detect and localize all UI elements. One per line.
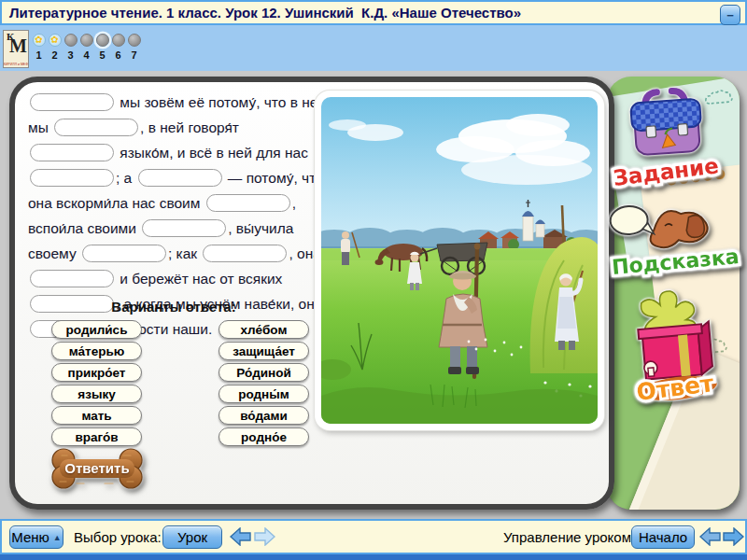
step-circle-todo[interactable] xyxy=(128,34,141,47)
answer-blank[interactable] xyxy=(203,245,287,262)
exercise-text-segment: и бережёт нас от всяких xyxy=(116,271,282,287)
options-column-right: хле́бомзащища́етРо́динойродны́мво́дамиро… xyxy=(218,320,309,449)
lesson-button[interactable]: Урок xyxy=(162,525,222,549)
exercise-text-segment: , в ней говоря́т xyxy=(140,119,239,135)
option-right-6[interactable]: родно́е xyxy=(218,427,309,446)
lesson-next-arrow[interactable] xyxy=(254,527,275,546)
option-right-3[interactable]: Ро́диной xyxy=(218,363,309,382)
lesson-step-2[interactable]: ✿2 xyxy=(47,34,63,61)
exercise-text-segment: ; как xyxy=(168,245,201,261)
step-circle-done[interactable]: ✿ xyxy=(33,34,46,47)
option-left-5[interactable]: мать xyxy=(51,406,142,425)
control-next-arrow[interactable] xyxy=(723,527,744,546)
options-grid: родили́сьма́терьюприкро́етязыкуматьвраго… xyxy=(51,320,309,449)
km-logo: К М КИРИЛЛ и МЕФОДИЙ xyxy=(3,30,29,68)
task-label: Задание xyxy=(612,153,720,190)
flower-icon: ✿ xyxy=(49,35,61,46)
menu-up-arrow-icon: ▲ xyxy=(53,533,62,542)
hint-button[interactable]: Подсказка xyxy=(609,198,743,280)
option-left-2[interactable]: ма́терью xyxy=(51,342,142,360)
application-window: Литературное чтение. 1 класс. Урок 12. У… xyxy=(0,0,747,560)
bottom-bar: Меню ▲ Выбор урока: Урок Управление урок… xyxy=(0,519,747,554)
answer-blank[interactable] xyxy=(82,245,166,262)
answer-submit-label: Ответить xyxy=(49,448,146,487)
illustration-frame xyxy=(315,91,604,430)
step-number: 6 xyxy=(110,49,126,61)
option-left-3[interactable]: прикро́ет xyxy=(51,363,142,382)
answer-blank[interactable] xyxy=(30,270,114,287)
option-right-5[interactable]: во́дами xyxy=(218,406,309,425)
lesson-control-label: Управление уроком: xyxy=(503,529,635,545)
options-column-left: родили́сьма́терьюприкро́етязыкуматьвраго… xyxy=(51,320,142,449)
step-circle-done[interactable]: ✿ xyxy=(49,34,62,47)
answer-blank[interactable] xyxy=(54,119,138,136)
logo-letter-m: М xyxy=(9,35,27,57)
logo-caption: КИРИЛЛ и МЕФОДИЙ xyxy=(4,63,28,66)
step-circle-todo[interactable] xyxy=(112,34,125,47)
task-button[interactable]: Задание xyxy=(618,80,715,190)
control-prev-arrow[interactable] xyxy=(699,527,721,546)
window-title: Литературное чтение. 1 класс. Урок 12. У… xyxy=(2,5,521,21)
menu-button[interactable]: Меню ▲ xyxy=(9,525,63,549)
lesson-prev-arrow[interactable] xyxy=(230,527,251,546)
option-left-4[interactable]: языку xyxy=(51,385,142,403)
step-number: 4 xyxy=(78,49,94,61)
step-number: 7 xyxy=(126,49,142,61)
options-header: Варианты ответа: xyxy=(43,299,304,315)
minimize-button[interactable]: − xyxy=(720,5,740,25)
answer-blank[interactable] xyxy=(206,194,290,212)
step-number: 3 xyxy=(63,49,78,61)
illustration-rural-scene xyxy=(321,97,598,424)
menu-label: Меню xyxy=(11,529,49,545)
lesson-step-3[interactable]: 3 xyxy=(63,34,78,61)
option-right-4[interactable]: родны́м xyxy=(218,385,309,403)
step-number: 5 xyxy=(94,49,110,61)
step-number: 2 xyxy=(47,49,63,61)
step-circle-todo[interactable] xyxy=(80,34,93,47)
answer-blank[interactable] xyxy=(30,93,114,111)
answer-blank[interactable] xyxy=(138,169,222,187)
show-answer-button[interactable]: Ответ xyxy=(620,280,730,405)
step-number: 1 xyxy=(31,49,47,61)
title-bar: Литературное чтение. 1 класс. Урок 12. У… xyxy=(0,0,747,25)
task-panel: мы зовём её потому́, что в ней мы , в не… xyxy=(9,77,614,510)
exercise-text-segment: ; а xyxy=(116,170,136,186)
lesson-step-6[interactable]: 6 xyxy=(110,34,126,61)
option-right-2[interactable]: защища́ет xyxy=(218,342,309,360)
lesson-select-label: Выбор урока: xyxy=(74,529,162,545)
option-left-6[interactable]: враго́в xyxy=(51,427,142,446)
answer-blank[interactable] xyxy=(30,144,114,161)
lesson-button-label: Урок xyxy=(177,529,207,545)
minimize-icon: − xyxy=(726,9,734,21)
step-circle-current[interactable] xyxy=(96,34,109,47)
hint-label: Подсказка xyxy=(611,245,740,279)
bottom-strip xyxy=(0,554,747,560)
exercise-text-segment: языко́м, и всё в ней для нас xyxy=(116,145,308,161)
answer-blank[interactable] xyxy=(30,169,114,187)
lesson-step-5[interactable]: 5 xyxy=(94,34,110,61)
start-button-label: Начало xyxy=(639,529,687,545)
lesson-step-4[interactable]: 4 xyxy=(78,34,94,61)
lesson-step-7[interactable]: 7 xyxy=(126,34,142,61)
option-right-1[interactable]: хле́бом xyxy=(218,320,309,339)
lesson-step-1[interactable]: ✿1 xyxy=(31,34,47,61)
answer-submit-button[interactable]: Ответить xyxy=(49,448,146,493)
start-button[interactable]: Начало xyxy=(631,525,695,549)
flower-icon: ✿ xyxy=(34,35,45,46)
answer-blank[interactable] xyxy=(142,219,226,237)
lesson-step-list: ✿1✿234567 xyxy=(31,34,142,61)
lesson-nav-bar: К М КИРИЛЛ и МЕФОДИЙ ✿1✿234567 xyxy=(0,25,747,71)
step-circle-todo[interactable] xyxy=(64,34,78,47)
option-left-1[interactable]: родили́сь xyxy=(51,320,142,339)
